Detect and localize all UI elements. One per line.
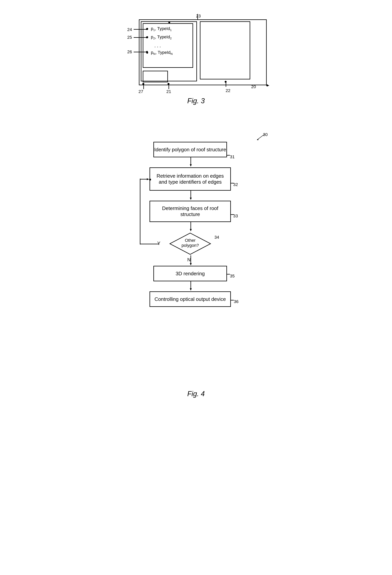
tick-35 — [227, 274, 230, 275]
box36: Controlling optical output device — [150, 291, 231, 307]
loop-h — [140, 244, 159, 244]
fig3-container: 23 p1, TypeId1 p2, TypeId2 ... pN, TypeI… — [109, 12, 283, 105]
ref30-arrow — [253, 132, 269, 144]
diamond34-outer: Other polygon? — [169, 232, 211, 255]
dot-23-top — [168, 21, 170, 23]
ref23-label: 23 — [196, 14, 201, 19]
svg-marker-7 — [190, 229, 192, 231]
svg-marker-12 — [190, 263, 192, 265]
fig4-container: 30 Identify polygon of roof structure 31… — [109, 124, 283, 398]
fig3-diagram: 23 p1, TypeId1 p2, TypeId2 ... pN, TypeI… — [123, 19, 269, 93]
dot-itemN — [146, 51, 148, 53]
ref33-label: 33 — [233, 214, 238, 218]
box31: Identify polygon of roof structure — [153, 142, 227, 157]
svg-marker-3 — [190, 164, 192, 167]
svg-marker-10 — [147, 178, 149, 180]
ref27-label: 27 — [138, 89, 143, 94]
fig4-caption: Fig. 4 — [109, 390, 283, 398]
box35: 3D rendering — [153, 266, 227, 281]
box32-text: Retrieve information on edges and type i… — [150, 173, 230, 185]
ref36-label: 36 — [234, 299, 238, 304]
diamond34-text: Other polygon? — [176, 238, 205, 248]
leader-21 — [168, 83, 169, 89]
svg-marker-5 — [190, 198, 192, 200]
arrow-34-35 — [190, 255, 192, 266]
box33: Determining faces of roof structure — [150, 201, 231, 222]
ellipsis: ... — [154, 43, 162, 49]
arrow-35-36 — [190, 281, 192, 291]
leader-22 — [226, 81, 226, 87]
ref25-label: 25 — [127, 35, 132, 40]
dot-item1 — [146, 28, 148, 30]
y-label: Y — [157, 241, 160, 246]
ref26-label: 26 — [127, 49, 132, 54]
arrow-31-32 — [190, 157, 192, 167]
leader-h-25 — [134, 37, 146, 38]
ref34-label: 34 — [214, 235, 219, 240]
box33-text: Determining faces of roof structure — [150, 205, 230, 217]
fig3-caption: Fig. 3 — [109, 97, 283, 105]
ref22-label: 22 — [226, 88, 230, 93]
loop-v — [140, 179, 140, 244]
ref21-label: 21 — [166, 89, 171, 94]
ref20-label: 20 — [251, 84, 256, 89]
list-item-N: pN, TypeIdN — [146, 50, 173, 56]
svg-marker-1 — [257, 139, 258, 140]
loop-arrow — [140, 178, 150, 180]
tick-32 — [231, 183, 234, 184]
svg-marker-14 — [190, 288, 192, 291]
leader-27 — [143, 83, 144, 89]
tick-31 — [227, 155, 230, 156]
box27 — [143, 71, 168, 82]
dot-item2 — [146, 36, 148, 38]
list-item-1: p1, TypeId1 — [146, 26, 172, 32]
arrow-32-33 — [190, 191, 192, 200]
ref32-label: 32 — [233, 182, 238, 187]
tick-33 — [231, 214, 234, 215]
dot-20 — [266, 84, 268, 86]
list-item-2: p2, TypeId2 — [146, 34, 172, 40]
leader-h-26 — [134, 52, 146, 52]
fig4-diagram: 30 Identify polygon of roof structure 31… — [128, 132, 264, 384]
box32: Retrieve information on edges and type i… — [150, 168, 231, 191]
ref35-label: 35 — [230, 274, 234, 279]
leader-h-24 — [134, 29, 146, 30]
ref31-label: 31 — [230, 154, 234, 159]
box22 — [200, 21, 250, 79]
arrow-33-34 — [190, 222, 192, 232]
box31-text: Identify polygon of roof structure — [154, 147, 226, 153]
tick-36 — [231, 300, 234, 300]
box36-text: Controlling optical output device — [155, 296, 226, 302]
ref24-label: 24 — [127, 27, 132, 32]
box35-text: 3D rendering — [176, 271, 205, 277]
